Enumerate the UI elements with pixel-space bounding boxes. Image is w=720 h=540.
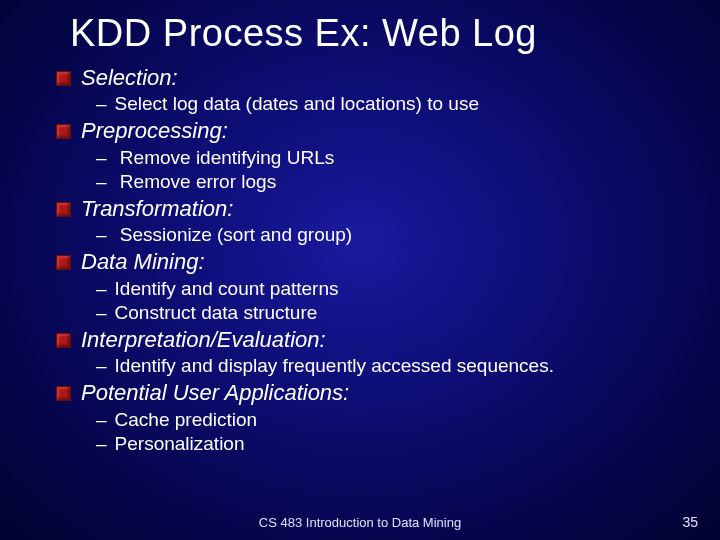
list-item: – Remove error logs bbox=[96, 170, 680, 194]
dash-icon: – bbox=[96, 277, 107, 301]
section-items: –Identify and count patterns –Construct … bbox=[96, 277, 680, 326]
section-selection: Selection: bbox=[56, 65, 680, 91]
item-text: Identify and count patterns bbox=[115, 278, 339, 299]
item-text: Cache prediction bbox=[115, 409, 258, 430]
list-item: –Identify and display frequently accesse… bbox=[96, 354, 680, 378]
item-text: Identify and display frequently accessed… bbox=[115, 355, 554, 376]
item-text: Remove error logs bbox=[115, 171, 277, 192]
item-text: Select log data (dates and locations) to… bbox=[115, 93, 479, 114]
item-text: Construct data structure bbox=[115, 302, 318, 323]
footer-course: CS 483 Introduction to Data Mining bbox=[0, 515, 720, 530]
section-items: –Select log data (dates and locations) t… bbox=[96, 92, 680, 116]
list-item: –Personalization bbox=[96, 432, 680, 456]
section-interpretation: Interpretation/Evaluation: bbox=[56, 327, 680, 353]
dash-icon: – bbox=[96, 408, 107, 432]
item-text: Sessionize (sort and group) bbox=[115, 224, 353, 245]
slide-title: KDD Process Ex: Web Log bbox=[0, 0, 720, 61]
bullet-icon bbox=[56, 386, 71, 401]
section-items: –Cache prediction –Personalization bbox=[96, 408, 680, 457]
list-item: – Remove identifying URLs bbox=[96, 146, 680, 170]
list-item: –Cache prediction bbox=[96, 408, 680, 432]
dash-icon: – bbox=[96, 92, 107, 116]
dash-icon: – bbox=[96, 354, 107, 378]
list-item: – Sessionize (sort and group) bbox=[96, 223, 680, 247]
section-items: – Sessionize (sort and group) bbox=[96, 223, 680, 247]
section-heading: Potential User Applications: bbox=[81, 380, 349, 406]
list-item: –Construct data structure bbox=[96, 301, 680, 325]
section-heading: Data Mining: bbox=[81, 249, 205, 275]
section-heading: Preprocessing: bbox=[81, 118, 228, 144]
footer-page-number: 35 bbox=[682, 514, 698, 530]
bullet-icon bbox=[56, 333, 71, 348]
dash-icon: – bbox=[96, 146, 107, 170]
item-text: Personalization bbox=[115, 433, 245, 454]
bullet-icon bbox=[56, 124, 71, 139]
section-transformation: Transformation: bbox=[56, 196, 680, 222]
bullet-icon bbox=[56, 71, 71, 86]
dash-icon: – bbox=[96, 223, 107, 247]
section-data-mining: Data Mining: bbox=[56, 249, 680, 275]
bullet-icon bbox=[56, 255, 71, 270]
section-applications: Potential User Applications: bbox=[56, 380, 680, 406]
item-text: Remove identifying URLs bbox=[115, 147, 335, 168]
dash-icon: – bbox=[96, 170, 107, 194]
bullet-icon bbox=[56, 202, 71, 217]
section-preprocessing: Preprocessing: bbox=[56, 118, 680, 144]
section-heading: Transformation: bbox=[81, 196, 233, 222]
dash-icon: – bbox=[96, 432, 107, 456]
slide-content: Selection: –Select log data (dates and l… bbox=[0, 61, 720, 456]
list-item: –Select log data (dates and locations) t… bbox=[96, 92, 680, 116]
list-item: –Identify and count patterns bbox=[96, 277, 680, 301]
section-items: – Remove identifying URLs – Remove error… bbox=[96, 146, 680, 195]
section-heading: Interpretation/Evaluation: bbox=[81, 327, 326, 353]
dash-icon: – bbox=[96, 301, 107, 325]
section-items: –Identify and display frequently accesse… bbox=[96, 354, 680, 378]
slide: KDD Process Ex: Web Log Selection: –Sele… bbox=[0, 0, 720, 540]
section-heading: Selection: bbox=[81, 65, 178, 91]
